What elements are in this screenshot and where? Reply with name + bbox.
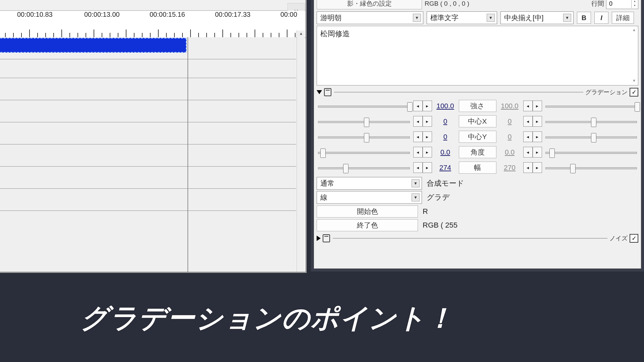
nudge-left-icon[interactable]: ◂ — [413, 131, 423, 142]
nudge-right-icon[interactable]: ▸ — [423, 131, 432, 142]
drag-handle-icon[interactable] — [323, 234, 330, 242]
nudge-right-icon[interactable]: ▸ — [533, 147, 542, 158]
param-slider-left[interactable] — [317, 163, 411, 173]
nudge-right-icon[interactable]: ▸ — [533, 101, 542, 111]
param-label[interactable]: 角度 — [459, 146, 496, 158]
expand-icon[interactable] — [317, 236, 321, 241]
param-value-left[interactable]: 0 — [434, 133, 457, 141]
param-slider-right[interactable] — [544, 116, 639, 126]
nudge-buttons[interactable]: ◂▸ — [523, 162, 542, 173]
track-row[interactable] — [0, 122, 296, 144]
scroll-up-icon[interactable]: ▴ — [297, 31, 305, 38]
param-row: ◂▸100.0強さ100.0◂▸ — [317, 99, 638, 113]
param-value-right[interactable]: 270 — [498, 164, 521, 172]
param-value-left[interactable]: 274 — [434, 164, 457, 172]
timeline-vscroll[interactable]: ▴ — [297, 31, 305, 272]
param-value-right[interactable]: 0 — [498, 133, 521, 141]
nudge-left-icon[interactable]: ◂ — [523, 101, 533, 111]
nudge-buttons[interactable]: ◂▸ — [523, 131, 542, 142]
end-color-value: RGB ( 255 — [423, 221, 458, 230]
param-label[interactable]: 中心X — [459, 115, 496, 127]
scroll-down-icon[interactable]: ▾ — [631, 78, 637, 84]
nudge-right-icon[interactable]: ▸ — [423, 162, 432, 173]
param-value-right[interactable]: 100.0 — [498, 102, 521, 110]
param-label[interactable]: 幅 — [459, 162, 496, 174]
noise-checkbox[interactable]: ✓ — [630, 234, 638, 243]
line-spacing-input[interactable]: 0 ▴▾ — [606, 0, 638, 9]
nudge-left-icon[interactable]: ◂ — [413, 147, 423, 158]
gradation-section-header[interactable]: グラデーション ✓ — [317, 87, 638, 97]
gradation-checkbox[interactable]: ✓ — [630, 88, 638, 97]
timeline-ruler[interactable]: 00:00:10.8300:00:13.0000:00:15.1600:00:1… — [0, 11, 306, 38]
track-row[interactable] — [0, 189, 296, 211]
spin-up-icon[interactable]: ▴ — [631, 0, 638, 4]
char-type-dropdown[interactable]: 標準文字 ▼ — [427, 11, 497, 24]
track-row[interactable] — [0, 100, 296, 122]
param-value-right[interactable]: 0.0 — [498, 148, 521, 156]
nudge-buttons[interactable]: ◂▸ — [413, 116, 432, 127]
nudge-buttons[interactable]: ◂▸ — [523, 116, 542, 127]
blend-mode-label: 合成モード — [427, 178, 464, 188]
bold-button[interactable]: B — [577, 12, 591, 24]
param-label[interactable]: 中心Y — [459, 131, 496, 143]
nudge-left-icon[interactable]: ◂ — [523, 147, 533, 158]
end-color-button[interactable]: 終了色 — [317, 219, 418, 231]
nudge-left-icon[interactable]: ◂ — [523, 131, 533, 142]
char-type-value: 標準文字 — [430, 13, 459, 22]
timeline-clip[interactable] — [0, 38, 186, 53]
param-slider-left[interactable] — [317, 101, 411, 111]
nudge-buttons[interactable]: ◂▸ — [413, 131, 432, 142]
nudge-left-icon[interactable]: ◂ — [523, 162, 533, 173]
italic-button[interactable]: I — [594, 12, 608, 24]
gradation-title: グラデーション — [585, 88, 628, 96]
nudge-buttons[interactable]: ◂▸ — [413, 147, 432, 158]
shadow-color-value: RGB ( 0 , 0 , 0 ) — [422, 0, 591, 7]
spin-down-icon[interactable]: ▾ — [631, 4, 638, 8]
param-slider-right[interactable] — [544, 132, 639, 142]
track-row[interactable] — [0, 37, 296, 59]
timeline-tracks — [0, 37, 296, 272]
nudge-buttons[interactable]: ◂▸ — [523, 147, 542, 158]
nudge-right-icon[interactable]: ▸ — [423, 101, 432, 111]
detail-button[interactable]: 詳細 — [612, 12, 634, 24]
align-dropdown[interactable]: 中央揃え[中] ▼ — [500, 11, 574, 24]
nudge-left-icon[interactable]: ◂ — [413, 162, 423, 173]
nudge-right-icon[interactable]: ▸ — [423, 147, 432, 158]
nudge-buttons[interactable]: ◂▸ — [523, 101, 542, 111]
param-value-left[interactable]: 0 — [434, 117, 457, 125]
track-row[interactable] — [0, 144, 296, 167]
playhead[interactable] — [187, 37, 188, 272]
param-label[interactable]: 強さ — [459, 100, 496, 112]
nudge-buttons[interactable]: ◂▸ — [413, 101, 432, 111]
param-slider-right[interactable] — [544, 101, 639, 111]
param-value-left[interactable]: 0.0 — [434, 148, 457, 156]
nudge-right-icon[interactable]: ▸ — [423, 116, 432, 127]
nudge-right-icon[interactable]: ▸ — [533, 116, 542, 127]
param-slider-left[interactable] — [317, 147, 411, 157]
param-slider-left[interactable] — [317, 132, 411, 142]
param-value-left[interactable]: 100.0 — [434, 102, 457, 110]
nudge-right-icon[interactable]: ▸ — [533, 131, 542, 142]
param-value-right[interactable]: 0 — [498, 117, 521, 125]
nudge-left-icon[interactable]: ◂ — [413, 101, 423, 111]
gradation-shape-dropdown[interactable]: 線 ▼ — [317, 191, 422, 204]
blend-mode-dropdown[interactable]: 通常 ▼ — [317, 177, 422, 190]
track-row[interactable] — [0, 167, 296, 189]
param-slider-right[interactable] — [544, 163, 639, 173]
nudge-buttons[interactable]: ◂▸ — [413, 162, 432, 173]
nudge-right-icon[interactable]: ▸ — [533, 162, 542, 173]
param-slider-right[interactable] — [544, 147, 639, 157]
nudge-left-icon[interactable]: ◂ — [413, 116, 423, 127]
track-row[interactable] — [0, 78, 296, 100]
text-content-input[interactable]: 松岡修造 ▴ ▾ — [317, 26, 638, 85]
track-row[interactable] — [0, 59, 296, 78]
param-slider-left[interactable] — [317, 116, 411, 126]
font-dropdown[interactable]: 游明朝 ▼ — [317, 11, 423, 24]
nudge-left-icon[interactable]: ◂ — [523, 116, 533, 127]
collapse-icon[interactable] — [317, 90, 322, 94]
drag-handle-icon[interactable] — [324, 88, 331, 96]
noise-section-header[interactable]: ノイズ ✓ — [317, 234, 638, 243]
scroll-up-icon[interactable]: ▴ — [631, 27, 637, 34]
start-color-button[interactable]: 開始色 — [317, 205, 418, 218]
shadow-color-button[interactable]: 影・縁色の設定 — [317, 0, 422, 9]
